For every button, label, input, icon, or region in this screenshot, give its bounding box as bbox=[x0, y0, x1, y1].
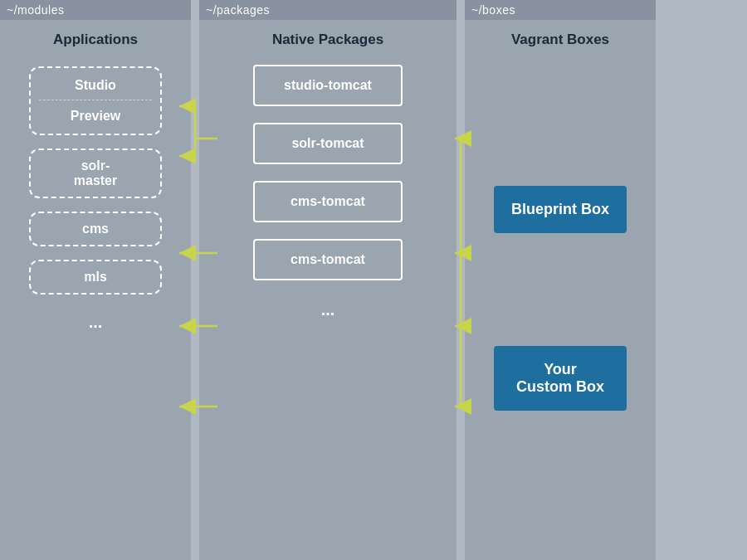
pkg-cms-tomcat-1: cms-tomcat bbox=[253, 181, 403, 222]
boxes-heading: Vagrant Boxes bbox=[511, 32, 609, 48]
packages-heading: Native Packages bbox=[272, 32, 383, 48]
blueprint-box: Blueprint Box bbox=[494, 186, 627, 233]
custom-box: YourCustom Box bbox=[494, 346, 627, 411]
app-mls: mls bbox=[29, 260, 162, 295]
pkg-cms-tomcat-2: cms-tomcat bbox=[253, 239, 403, 280]
modules-path: ~/modules bbox=[0, 0, 191, 20]
packages-items: studio-tomcat solr-tomcat cms-tomcat cms… bbox=[199, 56, 456, 319]
main-container: ~/modules Applications Studio Preview so… bbox=[0, 0, 747, 560]
pkg-solr-tomcat: solr-tomcat bbox=[253, 123, 403, 164]
modules-heading: Applications bbox=[53, 32, 138, 48]
modules-dots: ... bbox=[89, 313, 103, 332]
app-cms: cms bbox=[29, 212, 162, 246]
app-solr-master: solr-master bbox=[29, 149, 162, 198]
app-studio: Studio bbox=[39, 73, 152, 100]
app-group-studio-preview: Studio Preview bbox=[29, 66, 162, 135]
app-preview: Preview bbox=[71, 104, 120, 129]
packages-path: ~/packages bbox=[199, 0, 456, 20]
boxes-path: ~/boxes bbox=[465, 0, 656, 20]
packages-dots: ... bbox=[321, 300, 335, 319]
pkg-studio-tomcat: studio-tomcat bbox=[253, 65, 403, 106]
boxes-column: ~/boxes Vagrant Boxes Blueprint Box Your… bbox=[465, 0, 656, 560]
packages-column: ~/packages Native Packages studio-tomcat… bbox=[199, 0, 456, 560]
boxes-items: Blueprint Box YourCustom Box bbox=[465, 56, 656, 417]
modules-items: Studio Preview solr-master cms mls ... bbox=[0, 60, 191, 332]
modules-column: ~/modules Applications Studio Preview so… bbox=[0, 0, 191, 560]
